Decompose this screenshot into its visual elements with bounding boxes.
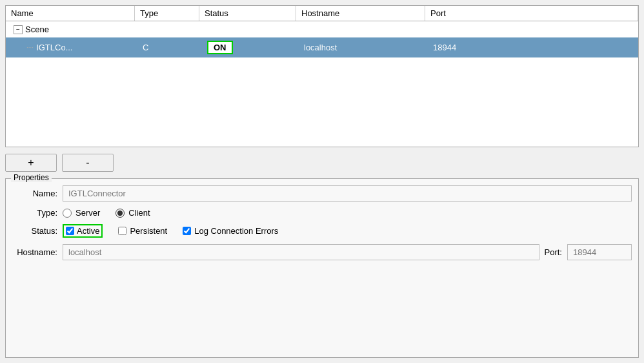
table-header: Name Type Status Hostname Port: [6, 6, 638, 21]
status-label: Status:: [12, 226, 57, 236]
button-row: + -: [5, 151, 639, 174]
connector-port-cell: 18944: [428, 41, 461, 54]
on-status-badge: ON: [207, 41, 233, 54]
hostname-port-row: Hostname: Port:: [12, 244, 632, 260]
properties-section: Properties Name: Type: Server Client Sta: [5, 178, 639, 358]
scene-name-cell: − Scene: [8, 23, 137, 36]
col-header-name: Name: [6, 6, 135, 21]
persistent-checkbox[interactable]: [118, 227, 126, 235]
scene-status-cell: [202, 28, 299, 32]
type-row: Type: Server Client: [12, 208, 632, 218]
persistent-checkbox-item: Persistent: [118, 226, 167, 236]
status-checkbox-group: Active Persistent Log Connection Errors: [63, 224, 632, 238]
scene-row: − Scene: [6, 21, 638, 37]
connector-name-cell: ···· IGTLCo...: [8, 41, 137, 54]
scene-label-text: Scene: [25, 25, 49, 34]
type-label: Type:: [12, 208, 57, 218]
hostname-label: Hostname:: [12, 247, 57, 257]
client-radio-label: Client: [128, 208, 150, 218]
connector-name-text: IGTLCo...: [36, 43, 72, 52]
active-checkbox-item: Active: [63, 224, 103, 238]
active-checkbox-label: Active: [77, 226, 99, 236]
hostname-input[interactable]: [63, 244, 539, 260]
scene-hostname-cell: [299, 28, 428, 32]
connector-hostname-cell: localhost: [299, 41, 428, 54]
tree-connector-dots: ····: [26, 44, 34, 51]
server-radio-item: Server: [63, 208, 100, 218]
col-header-port: Port: [425, 6, 638, 21]
connector-type-cell: C: [137, 41, 202, 54]
persistent-checkbox-label: Persistent: [130, 226, 167, 236]
log-checkbox[interactable]: [183, 227, 191, 235]
name-label: Name:: [12, 189, 57, 198]
server-radio[interactable]: [63, 209, 72, 218]
table-section: Name Type Status Hostname Port − Scene: [5, 5, 639, 147]
client-radio[interactable]: [116, 209, 125, 218]
log-checkbox-label: Log Connection Errors: [194, 226, 278, 236]
col-header-status: Status: [199, 6, 296, 21]
status-row: Status: Active Persistent Log Connection…: [12, 224, 632, 238]
name-row: Name:: [12, 185, 632, 202]
main-container: Name Type Status Hostname Port − Scene: [0, 0, 644, 363]
scene-port-cell: [428, 28, 438, 32]
port-input[interactable]: [567, 244, 632, 260]
add-button[interactable]: +: [5, 154, 57, 172]
col-header-type: Type: [135, 6, 199, 21]
type-radio-group: Server Client: [63, 208, 632, 218]
col-header-hostname: Hostname: [296, 6, 425, 21]
properties-legend: Properties: [11, 173, 52, 182]
remove-button[interactable]: -: [62, 154, 114, 172]
connector-status-cell: ON: [202, 39, 299, 56]
client-radio-item: Client: [116, 208, 150, 218]
port-label: Port:: [545, 247, 562, 257]
connector-row[interactable]: ···· IGTLCo... C ON localhost 18944: [6, 37, 638, 57]
scene-type-cell: [137, 28, 202, 32]
table-body: − Scene ···· IGTLCo... C: [6, 21, 638, 144]
log-checkbox-item: Log Connection Errors: [183, 226, 278, 236]
name-input[interactable]: [63, 185, 632, 202]
active-checkbox[interactable]: [66, 227, 74, 235]
server-radio-label: Server: [75, 208, 100, 218]
collapse-icon[interactable]: −: [14, 25, 23, 34]
